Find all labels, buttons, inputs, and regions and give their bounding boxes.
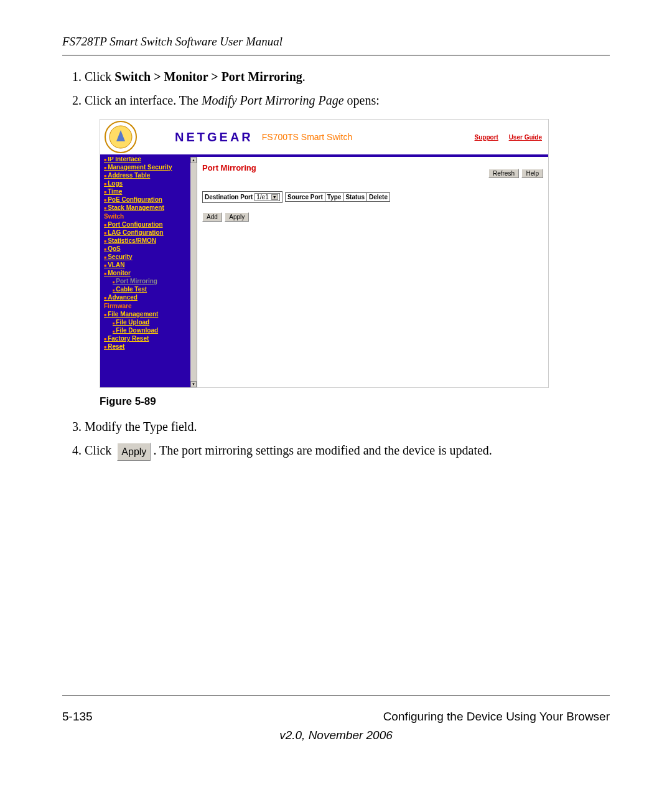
nav-vlan[interactable]: VLAN	[104, 262, 194, 268]
nav-cat-switch: Switch	[104, 213, 194, 220]
nav-cat-firmware: Firmware	[104, 303, 194, 309]
nav-time[interactable]: Time	[104, 188, 194, 195]
nav-logs[interactable]: Logs	[104, 180, 194, 187]
app-body: IP Interface Management Security Address…	[100, 157, 548, 387]
brand-name: NETGEAR	[175, 130, 253, 144]
chevron-down-icon: ▼	[271, 194, 278, 200]
netgear-logo-icon	[104, 120, 138, 154]
menu-path: Switch > Monitor > Port Mirroring	[114, 70, 302, 83]
nav-reset[interactable]: Reset	[104, 343, 194, 350]
user-guide-link[interactable]: User Guide	[509, 134, 542, 141]
nav-factory-reset[interactable]: Factory Reset	[104, 335, 194, 342]
doc-version: v2.0, November 2006	[0, 729, 672, 742]
app-header: NETGEAR FS700TS Smart Switch Support Use…	[100, 120, 548, 157]
apply-button[interactable]: Apply	[225, 212, 249, 222]
step-4: Click Apply. The port mirroring settings…	[85, 440, 610, 461]
th-source-port: Source Port	[286, 193, 325, 201]
figure-caption: Figure 5-89	[100, 395, 610, 408]
nav-advanced[interactable]: Advanced	[104, 294, 194, 301]
step-2: Click an interface. The Modify Port Mirr…	[85, 90, 610, 110]
th-delete: Delete	[367, 193, 390, 201]
nav-ip-interface[interactable]: IP Interface	[104, 157, 194, 163]
nav-stack[interactable]: Stack Management	[104, 204, 194, 211]
running-header: FS728TP Smart Switch Software User Manua…	[62, 35, 610, 49]
sidebar-scrollbar[interactable]: ▲ ▼	[190, 157, 197, 387]
nav-stats[interactable]: Statistics/RMON	[104, 237, 194, 244]
step-3: Modify the Type field.	[85, 417, 610, 437]
th-type: Type	[325, 193, 344, 201]
nav-mgmt-security[interactable]: Management Security	[104, 164, 194, 171]
destination-port-field: Destination Port 1/e1 ▼	[202, 191, 282, 203]
support-link[interactable]: Support	[475, 134, 498, 141]
header-rule	[62, 55, 610, 55]
step-1: Click Switch > Monitor > Port Mirroring.	[85, 67, 610, 87]
refresh-button[interactable]: Refresh	[488, 169, 519, 178]
content-panel: Port Mirroring Refresh Help Destination …	[197, 157, 548, 387]
help-button[interactable]: Help	[521, 169, 543, 178]
nav-cable-test[interactable]: Cable Test	[113, 286, 194, 293]
header-links: Support User Guide	[466, 134, 542, 141]
nav-lag[interactable]: LAG Configuration	[104, 229, 194, 236]
nav-monitor[interactable]: Monitor	[104, 270, 194, 276]
nav-sidebar: IP Interface Management Security Address…	[100, 157, 197, 387]
nav-file-upload[interactable]: File Upload	[113, 319, 194, 326]
instruction-list-cont: Modify the Type field. Click Apply. The …	[85, 417, 610, 461]
th-status: Status	[343, 193, 367, 201]
apply-button-inline: Apply	[117, 443, 151, 461]
nav-file-mgmt[interactable]: File Management	[104, 311, 194, 318]
scroll-up-icon[interactable]: ▲	[190, 157, 197, 163]
instruction-list: Click Switch > Monitor > Port Mirroring.…	[85, 67, 610, 110]
destination-port-select[interactable]: 1/e1 ▼	[254, 193, 279, 201]
product-name: FS700TS Smart Switch	[262, 132, 353, 142]
mirroring-table-header: Source PortTypeStatusDelete	[285, 192, 390, 202]
footer-rule	[62, 696, 610, 696]
nav-address-table[interactable]: Address Table	[104, 172, 194, 179]
app-screenshot: NETGEAR FS700TS Smart Switch Support Use…	[100, 119, 549, 388]
add-button[interactable]: Add	[202, 212, 222, 222]
nav-poe[interactable]: PoE Configuration	[104, 196, 194, 203]
nav-qos[interactable]: QoS	[104, 245, 194, 252]
section-name: Configuring the Device Using Your Browse…	[383, 710, 610, 724]
manual-page: FS728TP Smart Switch Software User Manua…	[0, 0, 672, 807]
page-name: Modify Port Mirroring Page	[202, 93, 344, 107]
nav-file-download[interactable]: File Download	[113, 327, 194, 334]
page-number: 5-135	[62, 710, 93, 724]
destination-port-label: Destination Port	[205, 194, 253, 201]
scroll-down-icon[interactable]: ▼	[190, 381, 197, 387]
footer-row: 5-135 Configuring the Device Using Your …	[62, 710, 610, 724]
nav-port-mirroring[interactable]: Port Mirroring	[113, 278, 194, 285]
nav-security[interactable]: Security	[104, 253, 194, 260]
screenshot-figure: NETGEAR FS700TS Smart Switch Support Use…	[100, 119, 548, 388]
nav-port-config[interactable]: Port Configuration	[104, 221, 194, 228]
